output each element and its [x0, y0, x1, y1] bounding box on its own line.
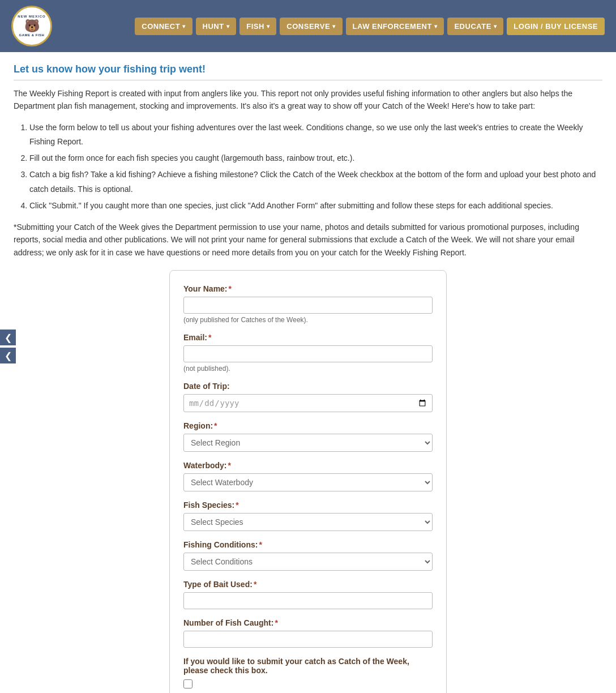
nav-conserve[interactable]: CONSERVE ▾ [280, 18, 342, 35]
email-input[interactable] [183, 345, 433, 362]
nav-fish[interactable]: FISH ▾ [239, 18, 276, 35]
waterbody-group: Waterbody:* Select Waterbody [183, 461, 433, 491]
chevron-down-icon: ▾ [332, 23, 336, 29]
species-label: Fish Species:* [183, 500, 433, 510]
chevron-down-icon: ▾ [226, 23, 230, 29]
bait-label: Type of Bait Used:* [183, 580, 433, 589]
side-btn-2[interactable]: ❮ [0, 348, 16, 363]
name-label: Your Name:* [183, 284, 433, 293]
main-content: Let us know how your fishing trip went! … [0, 52, 616, 693]
page-title: Let us know how your fishing trip went! [14, 63, 602, 80]
bait-input[interactable] [183, 592, 433, 609]
name-hint: (only published for Catches of the Week)… [183, 316, 433, 324]
catch-week-group: If you would like to submit your catch a… [183, 657, 433, 688]
conditions-label: Fishing Conditions:* [183, 540, 433, 549]
conditions-select[interactable]: Select Conditions Excellent Good Fair Po… [183, 553, 433, 571]
instruction-3: Catch a big fish? Take a kid fishing? Ac… [29, 168, 602, 196]
species-group: Fish Species:* Select Species Largemouth… [183, 500, 433, 531]
region-select[interactable]: Select Region Northeast Northwest Southe… [183, 434, 433, 452]
conditions-group: Fishing Conditions:* Select Conditions E… [183, 540, 433, 571]
name-input[interactable] [183, 297, 433, 314]
instruction-4: Click "Submit." If you caught more than … [29, 199, 602, 213]
date-input[interactable] [183, 394, 433, 412]
logo-area: NEW MEXICO 🐻 GAME & FISH [11, 6, 52, 46]
chevron-down-icon: ▾ [267, 23, 270, 29]
fish-count-label: Number of Fish Caught:* [183, 618, 433, 627]
chevron-down-icon: ▾ [434, 23, 438, 29]
fish-count-input[interactable] [183, 631, 433, 648]
fish-count-group: Number of Fish Caught:* [183, 618, 433, 648]
chevron-down-icon: ▾ [494, 23, 497, 29]
nav: CONNECT ▾ HUNT ▾ FISH ▾ CONSERVE ▾ LAW E… [135, 18, 605, 35]
catch-week-checkbox-row [183, 679, 433, 688]
bait-group: Type of Bait Used:* [183, 580, 433, 609]
instruction-1: Use the form below to tell us about your… [29, 121, 602, 149]
email-hint: (not published). [183, 365, 433, 373]
region-label: Region:* [183, 421, 433, 430]
instructions-list: Use the form below to tell us about your… [29, 121, 602, 213]
species-select[interactable]: Select Species Largemouth Bass Rainbow T… [183, 513, 433, 531]
catch-week-checkbox[interactable] [183, 679, 192, 688]
nav-connect[interactable]: CONNECT ▾ [135, 18, 192, 35]
email-group: Email:* (not published). [183, 333, 433, 373]
fishing-report-form: Your Name:* (only published for Catches … [169, 270, 447, 693]
date-group: Date of Trip: [183, 382, 433, 412]
side-buttons: ❮ ❮ [0, 330, 16, 363]
region-group: Region:* Select Region Northeast Northwe… [183, 421, 433, 452]
date-label: Date of Trip: [183, 382, 433, 391]
intro-paragraph: The Weekly Fishing Report is created wit… [14, 87, 602, 113]
side-btn-1[interactable]: ❮ [0, 330, 16, 345]
login-button[interactable]: LOGIN / BUY LICENSE [507, 18, 605, 35]
disclaimer-text: *Submitting your Catch of the Week gives… [14, 221, 602, 259]
chevron-down-icon: ▾ [182, 23, 186, 29]
email-label: Email:* [183, 333, 433, 342]
logo: NEW MEXICO 🐻 GAME & FISH [11, 6, 52, 46]
nav-law[interactable]: LAW ENFORCEMENT ▾ [346, 18, 444, 35]
nav-hunt[interactable]: HUNT ▾ [196, 18, 237, 35]
instruction-2: Fill out the form once for each fish spe… [29, 151, 602, 165]
catch-week-label: If you would like to submit your catch a… [183, 657, 433, 675]
name-group: Your Name:* (only published for Catches … [183, 284, 433, 324]
waterbody-label: Waterbody:* [183, 461, 433, 470]
header: NEW MEXICO 🐻 GAME & FISH CONNECT ▾ HUNT … [0, 0, 616, 52]
waterbody-select[interactable]: Select Waterbody [183, 473, 433, 491]
nav-educate[interactable]: EDUCATE ▾ [447, 18, 503, 35]
